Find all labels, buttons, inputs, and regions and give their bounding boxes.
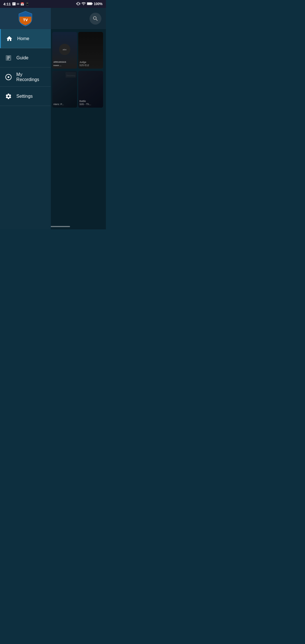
sidebar-item-my-recordings[interactable]: r My Recordings <box>0 68 51 87</box>
drawer-logo: TV TV <box>0 8 51 29</box>
sidebar-item-settings[interactable]: Settings <box>0 87 51 106</box>
sidebar-item-recordings-label: My Recordings <box>16 72 46 82</box>
sidebar-item-guide[interactable]: Guide <box>0 48 51 68</box>
recordings-icon: r <box>5 73 12 81</box>
drawer-overlay[interactable] <box>51 8 106 229</box>
sidebar-item-home-label: Home <box>17 36 29 41</box>
status-left: 4:11 🅿 ✉ 📅 📱 <box>3 2 29 6</box>
app-logo: TV TV <box>17 10 34 27</box>
calendar-icon: 📅 <box>20 2 24 6</box>
svg-rect-7 <box>7 59 9 59</box>
nav-drawer: TV TV Home <box>0 8 51 229</box>
status-right: 100% <box>76 1 103 7</box>
sidebar-item-settings-label: Settings <box>16 94 33 99</box>
battery-icon <box>87 2 93 6</box>
svg-rect-1 <box>92 3 93 4</box>
svg-text:TV: TV <box>23 18 28 22</box>
status-bar: 4:11 🅿 ✉ 📅 📱 100% <box>0 0 106 8</box>
guide-icon <box>5 54 12 62</box>
vibrate-icon <box>76 2 80 6</box>
status-notification-icons: 🅿 ✉ 📅 📱 <box>12 2 29 6</box>
battery-percent: 100% <box>94 2 103 6</box>
sidebar-item-guide-label: Guide <box>16 55 29 60</box>
media-icon: 📱 <box>25 2 29 6</box>
mail-icon: ✉ <box>17 2 19 6</box>
svg-point-9 <box>8 76 9 78</box>
nav-items: Home Guide <box>0 29 51 229</box>
svg-rect-2 <box>87 3 92 5</box>
home-icon <box>5 35 13 43</box>
app-container: abc ARKANSASnoon ... JudgeS25 E12 Discov… <box>0 8 106 229</box>
sidebar-item-home[interactable]: Home <box>0 29 51 48</box>
svg-rect-6 <box>7 58 10 58</box>
svg-rect-5 <box>7 56 10 57</box>
privacy-icon: 🅿 <box>12 2 16 6</box>
settings-icon <box>5 92 12 100</box>
status-time: 4:11 <box>3 2 11 6</box>
wifi-icon <box>81 1 86 7</box>
